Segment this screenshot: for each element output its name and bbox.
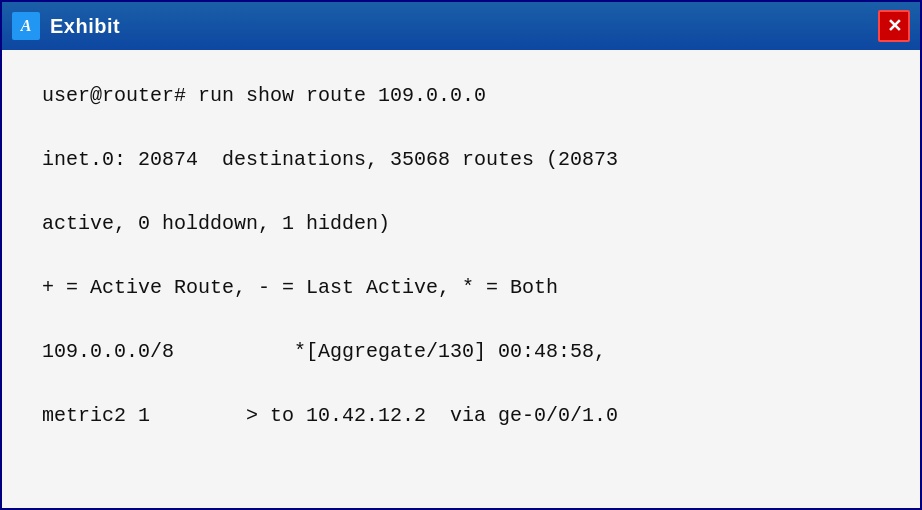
command-line: user@router# run show route 109.0.0.0 <box>42 80 880 112</box>
route-line2: metric2 1 > to 10.42.12.2 via ge-0/0/1.0 <box>42 400 880 432</box>
inet-line1: inet.0: 20874 destinations, 35068 routes… <box>42 144 880 176</box>
route-line1: 109.0.0.0/8 *[Aggregate/130] 00:48:58, <box>42 336 880 368</box>
spacer1 <box>42 120 880 144</box>
app-icon: A <box>12 12 40 40</box>
close-button[interactable]: ✕ <box>878 10 910 42</box>
legend-line: + = Active Route, - = Last Active, * = B… <box>42 272 880 304</box>
inet-line2: active, 0 holddown, 1 hidden) <box>42 208 880 240</box>
window-title: Exhibit <box>50 15 120 38</box>
spacer5 <box>42 376 880 400</box>
title-bar-left: A Exhibit <box>12 12 120 40</box>
terminal-content: user@router# run show route 109.0.0.0 in… <box>2 50 920 508</box>
spacer3 <box>42 248 880 272</box>
exhibit-window: A Exhibit ✕ user@router# run show route … <box>0 0 922 510</box>
spacer4 <box>42 312 880 336</box>
spacer2 <box>42 184 880 208</box>
title-bar: A Exhibit ✕ <box>2 2 920 50</box>
